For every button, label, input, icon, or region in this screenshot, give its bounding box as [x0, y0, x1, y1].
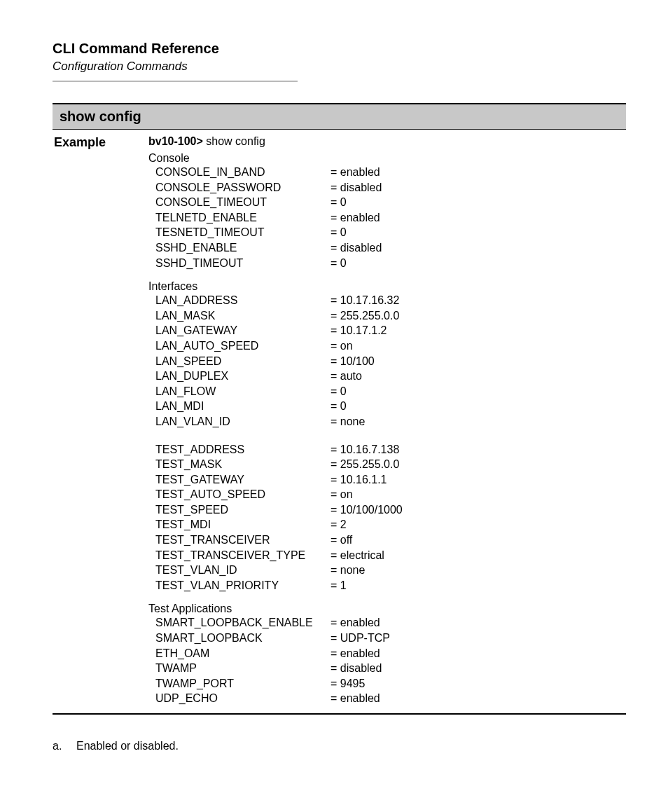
- config-row: LAN_MDI= 0: [148, 399, 626, 414]
- config-value: = 9495: [330, 676, 626, 691]
- config-value: = 0: [330, 399, 626, 414]
- config-row: LAN_DUPLEX= auto: [148, 369, 626, 384]
- section-heading: Console: [148, 152, 626, 165]
- config-row: TEST_MDI= 2: [148, 517, 626, 532]
- config-value: = none: [330, 414, 626, 429]
- config-key: TEST_ADDRESS: [148, 442, 330, 457]
- config-row: CONSOLE_TIMEOUT= 0: [148, 195, 626, 210]
- config-key: CONSOLE_TIMEOUT: [148, 195, 330, 210]
- config-key: TEST_TRANSCEIVER: [148, 532, 330, 548]
- config-row: LAN_ADDRESS= 10.17.16.32: [148, 293, 626, 308]
- doc-title: CLI Command Reference: [53, 41, 626, 57]
- config-row: SSHD_ENABLE= disabled: [148, 240, 626, 256]
- config-row: TWAMP= disabled: [148, 661, 626, 676]
- example-content: bv10-100> show config ConsoleCONSOLE_IN_…: [148, 135, 626, 706]
- config-value: = 2: [330, 517, 626, 532]
- config-row: ETH_OAM= enabled: [148, 646, 626, 661]
- config-key: TEST_AUTO_SPEED: [148, 487, 330, 502]
- config-row: TEST_MASK= 255.255.0.0: [148, 457, 626, 472]
- config-row: TEST_VLAN_ID= none: [148, 563, 626, 578]
- config-key: ETH_OAM: [148, 646, 330, 661]
- config-row: TEST_AUTO_SPEED= on: [148, 487, 626, 502]
- config-row: TEST_GATEWAY= 10.16.1.1: [148, 472, 626, 488]
- config-value: = 10/100/1000: [330, 502, 626, 518]
- config-key: LAN_ADDRESS: [148, 293, 330, 308]
- header-rule: [53, 81, 298, 82]
- config-key: LAN_VLAN_ID: [148, 414, 330, 429]
- config-row: LAN_SPEED= 10/100: [148, 354, 626, 369]
- config-row: TEST_SPEED= 10/100/1000: [148, 502, 626, 518]
- config-value: = disabled: [330, 180, 626, 195]
- config-key: SMART_LOOPBACK_ENABLE: [148, 615, 330, 631]
- config-value: = auto: [330, 369, 626, 384]
- config-value: = 0: [330, 384, 626, 399]
- config-value: = electrical: [330, 548, 626, 563]
- footnote-text: Enabled or disabled.: [76, 740, 179, 752]
- config-key: TEST_MASK: [148, 457, 330, 472]
- config-value: = disabled: [330, 661, 626, 676]
- config-value: = 10.16.1.1: [330, 472, 626, 488]
- cli-command: show config: [203, 135, 265, 147]
- page-container: CLI Command Reference Configuration Comm…: [0, 0, 668, 812]
- cli-prompt: bv10-100>: [148, 135, 203, 147]
- config-key: LAN_DUPLEX: [148, 369, 330, 384]
- config-value: = 10.17.16.32: [330, 293, 626, 308]
- config-key: TESNETD_TIMEOUT: [148, 225, 330, 240]
- config-row: LAN_GATEWAY= 10.17.1.2: [148, 323, 626, 338]
- doc-subtitle: Configuration Commands: [53, 60, 626, 74]
- command-body: Example bv10-100> show config ConsoleCON…: [53, 130, 626, 713]
- config-value: = 0: [330, 195, 626, 210]
- config-key: TEST_SPEED: [148, 502, 330, 518]
- section-heading: Test Applications: [148, 603, 626, 615]
- config-key: TWAMP: [148, 661, 330, 676]
- config-row: SSHD_TIMEOUT= 0: [148, 256, 626, 271]
- config-row: UDP_ECHO= enabled: [148, 691, 626, 706]
- config-key: TEST_VLAN_PRIORITY: [148, 578, 330, 593]
- config-key: CONSOLE_PASSWORD: [148, 180, 330, 195]
- config-value: = 255.255.0.0: [330, 457, 626, 472]
- prompt-line: bv10-100> show config: [148, 135, 626, 148]
- config-row: TELNETD_ENABLE= enabled: [148, 210, 626, 226]
- config-row: TESNETD_TIMEOUT= 0: [148, 225, 626, 240]
- config-key: TEST_TRANSCEIVER_TYPE: [148, 548, 330, 563]
- config-row: SMART_LOOPBACK= UDP-TCP: [148, 631, 626, 646]
- config-value: = off: [330, 532, 626, 548]
- config-row: TWAMP_PORT= 9495: [148, 676, 626, 691]
- example-label: Example: [53, 135, 148, 706]
- command-box: show config Example bv10-100> show confi…: [53, 103, 626, 715]
- config-key: SSHD_TIMEOUT: [148, 256, 330, 271]
- config-row: LAN_FLOW= 0: [148, 384, 626, 399]
- config-key: SMART_LOOPBACK: [148, 631, 330, 646]
- config-value: = enabled: [330, 165, 626, 180]
- config-value: = enabled: [330, 691, 626, 706]
- config-row: TEST_TRANSCEIVER= off: [148, 532, 626, 548]
- config-key: TEST_MDI: [148, 517, 330, 532]
- config-row: TEST_ADDRESS= 10.16.7.138: [148, 442, 626, 457]
- config-key: LAN_FLOW: [148, 384, 330, 399]
- config-key: LAN_MASK: [148, 308, 330, 324]
- config-value: = enabled: [330, 646, 626, 661]
- config-key: LAN_GATEWAY: [148, 323, 330, 338]
- config-value: = 0: [330, 256, 626, 271]
- config-value: = none: [330, 563, 626, 578]
- config-value: = 10.16.7.138: [330, 442, 626, 457]
- config-row: TEST_TRANSCEIVER_TYPE= electrical: [148, 548, 626, 563]
- section-heading: Interfaces: [148, 280, 626, 293]
- config-key: UDP_ECHO: [148, 691, 330, 706]
- section-spacer: [148, 429, 626, 442]
- config-value: = enabled: [330, 615, 626, 631]
- config-key: LAN_MDI: [148, 399, 330, 414]
- footnote: a.Enabled or disabled.: [53, 740, 626, 752]
- config-key: CONSOLE_IN_BAND: [148, 165, 330, 180]
- config-value: = on: [330, 487, 626, 502]
- config-value: = enabled: [330, 210, 626, 226]
- config-key: LAN_AUTO_SPEED: [148, 338, 330, 354]
- config-key: SSHD_ENABLE: [148, 240, 330, 256]
- config-value: = disabled: [330, 240, 626, 256]
- config-value: = 10/100: [330, 354, 626, 369]
- config-value: = 255.255.0.0: [330, 308, 626, 324]
- config-value: = 0: [330, 225, 626, 240]
- config-value: = 10.17.1.2: [330, 323, 626, 338]
- config-key: LAN_SPEED: [148, 354, 330, 369]
- config-value: = UDP-TCP: [330, 631, 626, 646]
